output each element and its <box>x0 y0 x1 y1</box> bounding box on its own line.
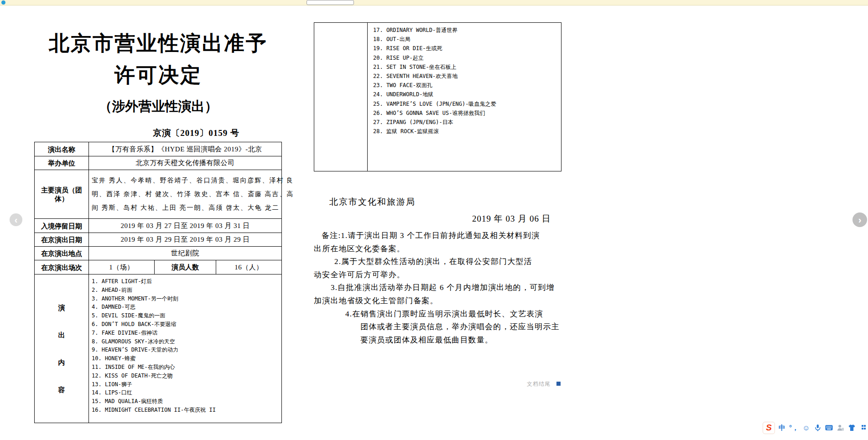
end-of-document-icon <box>556 382 561 386</box>
note-line: 动安全许可后方可举办。 <box>314 269 564 282</box>
row-value: 北京万有天橙文化传播有限公司 <box>89 156 281 170</box>
song-item: 28. 监狱 ROCK-监狱摇滚 <box>373 127 561 136</box>
song-item: 2. AHEAD-前面 <box>92 286 132 295</box>
issuing-authority: 北京市文化和旅游局 <box>329 196 416 208</box>
song-item: 11. INSIDE OF ME-在我的内心 <box>92 363 175 372</box>
row-label: 举办单位 <box>35 156 89 170</box>
issue-date: 2019 年 03 月 06 日 <box>472 213 551 225</box>
chinese-mode-icon[interactable]: 中 <box>779 424 785 432</box>
previous-page-button[interactable]: ‹ <box>10 213 22 226</box>
song-item: 4. DAMNED-可恶 <box>92 303 135 311</box>
ime-toolbar: S 中 °， ☺ <box>760 421 868 434</box>
note-line: 出所在地区文化委备案。 <box>314 243 564 256</box>
vertical-label-char: 演 <box>58 294 65 321</box>
note-line: 团体或者主要演员信息，举办演唱会的，还应当明示主 <box>314 321 564 334</box>
keyboard-icon[interactable] <box>825 424 833 432</box>
song-item: 1. AFTER LIGHT-灯后 <box>92 277 152 286</box>
more-icon[interactable] <box>859 424 867 432</box>
account-icon[interactable] <box>837 424 844 432</box>
row-label: 在京演出地点 <box>35 247 89 260</box>
table-row: 在京演出地点 世纪剧院 <box>35 247 281 260</box>
song-item: 6. DON’T HOLD BACK-不要退缩 <box>92 320 176 329</box>
song-item: 19. RISE OR DIE-生或死 <box>373 44 561 53</box>
microphone-icon[interactable] <box>814 424 821 432</box>
row-value: 【万有音乐系】《HYDE 巡回演唱会 2019》-北京 <box>89 142 281 156</box>
content-row-label: 演 出 内 容 <box>35 274 89 423</box>
permit-table-continued: 17. ORDINARY WORLD-普通世界 18. OUT-出局 19. R… <box>314 22 561 171</box>
page-title-line2: 许可决定 <box>34 62 282 88</box>
song-item: 3. ANOTHER MOMENT-另一个时刻 <box>92 295 178 303</box>
song-item: 15. MAD QUALIA-疯狂特质 <box>92 397 163 406</box>
performers-line: 宝井 秀人、今孝晴、野谷靖子、谷口清贵、堀向彦辉、泽村 良 <box>92 174 294 187</box>
content-row-label-empty <box>314 23 368 171</box>
song-item: 20. RISE UP-起立 <box>373 53 561 62</box>
row-label: 演出名称 <box>35 142 89 156</box>
browser-search-input[interactable] <box>307 0 354 5</box>
skin-icon[interactable] <box>848 424 856 432</box>
punctuation-icon[interactable]: °， <box>789 424 799 432</box>
song-item: 18. OUT-出局 <box>373 35 561 44</box>
song-item: 12. KISS OF DEATH-死亡之吻 <box>92 372 173 380</box>
table-row: 在京演出场次 1（场） 演员人数 16（人） <box>35 260 281 274</box>
song-item: 5. DEVIL SIDE-魔鬼的一面 <box>92 311 165 320</box>
vertical-label-char: 出 <box>58 321 65 349</box>
row-value: 2019 年 03 月 29 日至 2019 年 03 月 29 日 <box>89 233 281 246</box>
row-label: 入境停留日期 <box>35 219 89 233</box>
row-label: 在京演出场次 <box>35 260 89 274</box>
performers-list: 宝井 秀人、今孝晴、野谷靖子、谷口清贵、堀向彦辉、泽村 良 明、西泽 奈津、村 … <box>89 170 294 218</box>
song-item: 17. ORDINARY WORLD-普通世界 <box>373 26 561 35</box>
page-subtitle: （涉外营业性演出） <box>34 98 282 116</box>
song-item: 14. LIPS-口红 <box>92 388 132 397</box>
song-item: 7. FAKE DIVINE-假神话 <box>92 329 157 337</box>
browser-dot-icon <box>1 0 5 5</box>
row-value: 16（人） <box>216 260 281 274</box>
note-line: 要演员或团体及相应最低曲目数量。 <box>314 334 564 347</box>
song-item: 22. SEVENTH HEAVEN-欢天喜地 <box>373 72 561 81</box>
vertical-label-char: 内 <box>58 349 65 376</box>
emoji-icon[interactable]: ☺ <box>802 424 810 432</box>
note-line: 2.属于大型群众性活动的演出，在取得公安部门大型活 <box>314 255 564 269</box>
note-line: 4.在销售演出门票时应当明示演出最低时长、文艺表演 <box>314 308 564 321</box>
table-row: 入境停留日期 2019 年 03 月 27 日至 2019 年 03 月 31 … <box>35 219 281 233</box>
table-row: 主要演员（团体） 宝井 秀人、今孝晴、野谷靖子、谷口清贵、堀向彦辉、泽村 良 明… <box>35 170 281 219</box>
table-row: 举办单位 北京万有天橙文化传播有限公司 <box>35 156 281 170</box>
row-label: 主要演员（团体） <box>35 170 89 218</box>
row-label: 在京演出日期 <box>35 233 89 246</box>
row-value: 世纪剧院 <box>89 247 281 260</box>
page-title-line1: 北京市营业性演出准予 <box>34 30 282 57</box>
note-line: 加演出地省级文化主管部门备案。 <box>314 295 564 308</box>
song-item: 13. LION-狮子 <box>92 380 132 389</box>
end-of-document-label: 文档结尾 <box>527 380 551 388</box>
performers-line: 间 秀斯、岛村 大祐、上田 亮一朗、高须 啓太、大龟 龙二 <box>92 201 280 215</box>
browser-top-bar <box>0 0 868 5</box>
note-line: 3.自批准演出活动举办日期起 6 个月内增加演出地的，可到增 <box>314 281 564 295</box>
performers-line: 明、西泽 奈津、村 健次、竹泽 敦史、宫本 信、斎藤 高吉、高 <box>92 187 294 201</box>
song-list-17-28: 17. ORDINARY WORLD-普通世界 18. OUT-出局 19. R… <box>368 23 561 171</box>
sogou-logo-icon[interactable]: S <box>763 422 775 434</box>
table-row: 演出名称 【万有音乐系】《HYDE 巡回演唱会 2019》-北京 <box>35 142 281 156</box>
table-row: 在京演出日期 2019 年 03 月 29 日至 2019 年 03 月 29 … <box>35 233 281 247</box>
song-list-1-16: 1. AFTER LIGHT-灯后 2. AHEAD-前面 3. ANOTHER… <box>89 274 281 423</box>
note-line: 备注:1.请于演出日期 3 个工作日前持此通知及相关材料到演 <box>314 229 564 243</box>
song-item: 16. MIDNIGHT CELEBRATION II-午夜庆祝 II <box>92 406 216 414</box>
song-item: 8. GLAMOROUS SKY-冰冷的天空 <box>92 337 175 346</box>
song-item: 23. TWO FACE-双面孔 <box>373 81 561 90</box>
row-sublabel: 演员人数 <box>154 260 216 274</box>
row-value: 2019 年 03 月 27 日至 2019 年 03 月 31 日 <box>89 219 281 233</box>
song-item: 10. HONEY-蜂蜜 <box>92 354 135 363</box>
table-row: 演 出 内 容 1. AFTER LIGHT-灯后 2. AHEAD-前面 3.… <box>35 274 281 423</box>
song-item: 21. SET IN STONE-坐在石板上 <box>373 62 561 72</box>
vertical-label-char: 容 <box>58 376 65 404</box>
next-page-button[interactable]: › <box>852 212 867 227</box>
document-viewer: ‹ › 北京市营业性演出准予 许可决定 （涉外营业性演出） 京演〔2019〕01… <box>0 0 868 440</box>
song-item: 26. WHO’S GONNA SAVE US-谁将拯救我们 <box>373 109 561 118</box>
row-value: 1（场） <box>89 260 154 274</box>
permit-table: 演出名称 【万有音乐系】《HYDE 巡回演唱会 2019》-北京 举办单位 北京… <box>34 142 282 423</box>
song-item: 24. UNDERWORLD-地狱 <box>373 90 561 99</box>
document-number: 京演〔2019〕0159 号 <box>34 127 239 139</box>
song-item: 27. ZIPANG (JPN/ENG)-日本 <box>373 118 561 127</box>
song-item: 25. VAMPIRE’S LOVE (JPN/ENG)-吸血鬼之爱 <box>373 99 561 109</box>
notes-block: 备注:1.请于演出日期 3 个工作日前持此通知及相关材料到演 出所在地区文化委备… <box>314 229 564 347</box>
song-item: 9. HEAVEN’S DRIVE-天堂的动力 <box>92 346 178 354</box>
